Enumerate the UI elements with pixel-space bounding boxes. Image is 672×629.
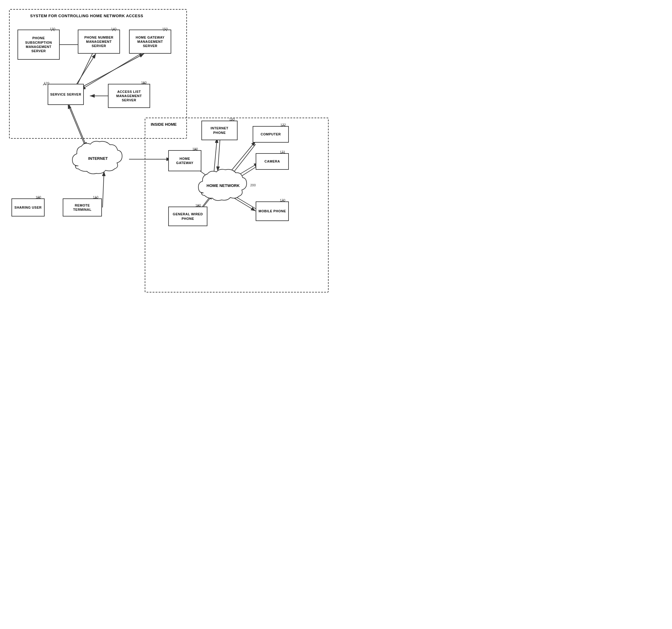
internet-phone: INTERNET PHONE [201,121,238,140]
general-wired-phone: GENERAL WIRED PHONE [168,207,208,226]
diagram-container: SYSTEM FOR CONTROLLING HOME NETWORK ACCE… [0,0,336,314]
phone-subscription-server: PHONE SUBSCRIPTION MANAGEMENT SERVER [18,29,60,60]
internet-cloud: INTERNET [66,139,130,178]
computer: COMPUTER [253,126,289,143]
inside-home-box [145,118,329,293]
home-network-cloud: HOME NETWORK [193,167,253,204]
home-gateway: HOME GATEWAY [168,150,201,171]
home-gateway-mgmt-server: HOME GATEWAY MANAGEMENT SERVER [129,29,171,54]
service-server: SERVICE SERVER [48,84,84,105]
ref-200: 200 [250,183,256,187]
access-list-server: ACCESS LIST MANAGEMENT SERVER [108,84,150,108]
phone-number-server: PHONE NUMBER MANAGEMENT SERVER [78,29,120,54]
system-title: SYSTEM FOR CONTROLLING HOME NETWORK ACCE… [30,14,143,18]
inside-home-label: INSIDE HOME [151,122,177,126]
